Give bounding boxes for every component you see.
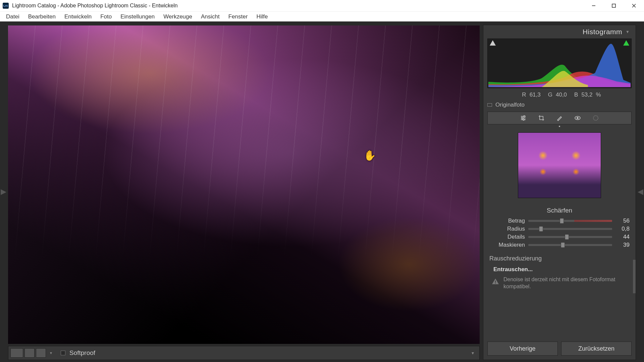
- maximize-button[interactable]: [604, 0, 624, 11]
- radius-track[interactable]: [528, 228, 612, 230]
- toolstrip-page-dots: [483, 126, 636, 127]
- slider-mask: Maskieren 39: [483, 241, 636, 249]
- menu-bearbeiten[interactable]: Bearbeiten: [24, 12, 60, 21]
- app-icon: Lrc: [3, 3, 9, 9]
- mask-icon[interactable]: [592, 115, 599, 121]
- svg-point-11: [577, 117, 578, 119]
- svg-rect-1: [612, 4, 615, 7]
- details-label: Details: [489, 234, 525, 240]
- details-track[interactable]: [528, 236, 612, 238]
- amount-value[interactable]: 56: [615, 218, 630, 224]
- noise-title: Rauschreduzierung: [483, 249, 636, 262]
- slider-radius: Radius 0,8: [483, 225, 636, 233]
- amount-knob[interactable]: [560, 218, 564, 224]
- radius-value[interactable]: 0,8: [615, 226, 630, 232]
- crop-icon[interactable]: [538, 115, 545, 121]
- mask-label: Maskieren: [489, 242, 525, 248]
- menu-bar: Datei Bearbeiten Entwickeln Foto Einstel…: [0, 11, 644, 21]
- square-icon: [487, 103, 492, 107]
- histogram[interactable]: [487, 39, 632, 88]
- menu-foto[interactable]: Foto: [96, 12, 116, 21]
- slider-amount: Betrag 56: [483, 217, 636, 225]
- detail-thumbnail[interactable]: [518, 132, 601, 198]
- denoise-warning-text: Denoise ist derzeit nicht mit diesem Fot…: [503, 276, 630, 290]
- edit-sliders-icon[interactable]: [520, 115, 527, 121]
- svg-point-8: [522, 117, 523, 119]
- softproof-label: Softproof: [69, 349, 95, 357]
- local-adjust-toolstrip: [487, 112, 632, 124]
- details-knob[interactable]: [565, 234, 569, 240]
- menu-datei[interactable]: Datei: [2, 12, 23, 21]
- amount-label: Betrag: [489, 218, 525, 224]
- amount-track[interactable]: [528, 220, 612, 222]
- histogram-header[interactable]: Histogramm ▼: [483, 25, 636, 39]
- chevron-right-icon: ▶: [1, 187, 6, 196]
- denoise-button[interactable]: Entrauschen...: [493, 266, 630, 273]
- workspace: ▼ ▶ ◀ ✋ ▾ Softproof ▾ Histogramm ▼: [0, 21, 644, 362]
- view-options-caret[interactable]: ▾: [50, 351, 52, 355]
- before-after-lr-button[interactable]: [24, 348, 35, 358]
- histogram-graph: [488, 41, 631, 87]
- mask-knob[interactable]: [561, 242, 565, 248]
- loupe-view-button[interactable]: [10, 348, 23, 358]
- reset-button[interactable]: Zurücksetzen: [561, 342, 632, 356]
- menu-werkzeuge[interactable]: Werkzeuge: [159, 12, 196, 21]
- left-panel-collapsed[interactable]: ▶: [0, 21, 8, 362]
- heal-brush-icon[interactable]: [556, 115, 563, 121]
- previous-button[interactable]: Vorherige: [487, 342, 558, 356]
- detail-preview-box: [487, 132, 632, 199]
- image-canvas[interactable]: ✋: [8, 25, 480, 344]
- chevron-down-icon: ▼: [626, 29, 630, 34]
- toolbar-more-caret[interactable]: ▾: [468, 350, 477, 356]
- title-bar: Lrc Lightroom Catalog - Adobe Photoshop …: [0, 0, 644, 11]
- menu-ansicht[interactable]: Ansicht: [197, 12, 224, 21]
- window-title: Lightroom Catalog - Adobe Photoshop Ligh…: [12, 3, 584, 9]
- close-button[interactable]: [624, 0, 644, 11]
- mask-value[interactable]: 39: [615, 242, 630, 248]
- menu-entwickeln[interactable]: Entwickeln: [60, 12, 96, 21]
- warning-icon: [491, 278, 499, 286]
- before-after-tb-button[interactable]: [36, 348, 46, 358]
- menu-fenster[interactable]: Fenster: [224, 12, 252, 21]
- denoise-warning: Denoise ist derzeit nicht mit diesem Fot…: [483, 275, 636, 294]
- minimize-button[interactable]: [584, 0, 604, 11]
- softproof-checkbox[interactable]: [61, 351, 65, 355]
- rgb-readout: R61,3 G40,0 B53,2 %: [483, 89, 636, 102]
- mask-track[interactable]: [528, 244, 612, 246]
- sharpen-title: Schärfen: [483, 207, 636, 214]
- chevron-left-icon: ◀: [638, 187, 643, 196]
- svg-point-9: [523, 119, 524, 120]
- original-photo-toggle[interactable]: Originalfoto: [487, 102, 632, 108]
- redeye-icon[interactable]: [574, 115, 581, 121]
- develop-right-panel: Histogramm ▼ R61,3 G40,0 B53,2 % Origina…: [483, 25, 636, 360]
- panel-footer-buttons: Vorherige Zurücksetzen: [483, 338, 636, 360]
- svg-rect-14: [495, 283, 496, 284]
- original-photo-label: Originalfoto: [495, 102, 525, 108]
- menu-hilfe[interactable]: Hilfe: [252, 12, 272, 21]
- svg-point-7: [524, 116, 525, 117]
- histogram-title: Histogramm: [583, 28, 622, 36]
- menu-einstellungen[interactable]: Einstellungen: [116, 12, 159, 21]
- svg-point-12: [593, 116, 598, 120]
- panel-scrollbar[interactable]: [633, 260, 636, 293]
- radius-knob[interactable]: [539, 226, 543, 232]
- view-toolbar: ▾ Softproof ▾: [8, 346, 480, 360]
- radius-label: Radius: [489, 226, 525, 232]
- photo-preview[interactable]: [8, 25, 480, 344]
- svg-rect-13: [495, 281, 496, 283]
- right-edge[interactable]: ◀: [636, 21, 644, 362]
- details-value[interactable]: 44: [615, 234, 630, 240]
- slider-details: Details 44: [483, 233, 636, 241]
